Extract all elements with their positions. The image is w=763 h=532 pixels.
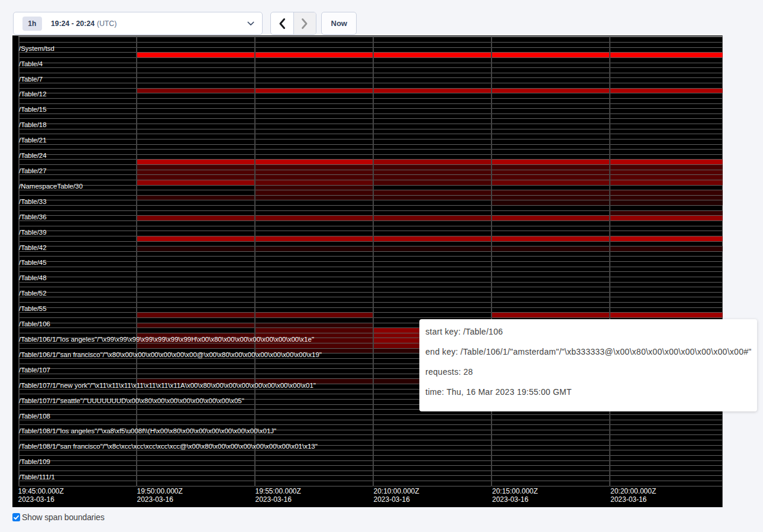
svg-text:/NamespaceTable/30: /NamespaceTable/30 (19, 183, 83, 190)
svg-text:/Table/33: /Table/33 (19, 198, 47, 205)
svg-text:/Table/106: /Table/106 (19, 320, 50, 327)
svg-text:2023-03-16: 2023-03-16 (137, 496, 174, 504)
svg-text:/Table/55: /Table/55 (19, 305, 47, 312)
svg-text:19:55:00.000Z: 19:55:00.000Z (255, 488, 300, 496)
svg-text:20:15:00.000Z: 20:15:00.000Z (492, 488, 538, 496)
svg-text:/Table/18: /Table/18 (19, 122, 47, 129)
svg-text:/Table/106/1/"san francisco"/": /Table/106/1/"san francisco"/"\x80\x00\x… (19, 351, 322, 358)
svg-text:20:20:00.000Z: 20:20:00.000Z (610, 488, 656, 496)
svg-text:/Table/36: /Table/36 (19, 213, 47, 220)
svg-text:2023-03-16: 2023-03-16 (255, 496, 292, 504)
svg-text:/Table/107: /Table/107 (19, 366, 50, 374)
svg-text:/Table/39: /Table/39 (19, 229, 47, 236)
svg-text:/Table/108/1/"san francisco"/": /Table/108/1/"san francisco"/"\x8c\xcc\x… (19, 443, 318, 450)
svg-text:/Table/24: /Table/24 (19, 152, 47, 159)
svg-text:2023-03-16: 2023-03-16 (492, 496, 529, 504)
svg-text:/Table/106/1/"los angeles"/"\x: /Table/106/1/"los angeles"/"\x99\x99\x99… (19, 336, 314, 343)
svg-text:2023-03-16: 2023-03-16 (610, 496, 647, 504)
svg-text:/Table/45: /Table/45 (19, 259, 47, 267)
svg-text:/Table/21: /Table/21 (19, 137, 47, 144)
svg-text:/Table/48: /Table/48 (19, 275, 47, 282)
svg-text:2023-03-16: 2023-03-16 (18, 496, 55, 504)
svg-text:/Table/107/1/"new york"/"\x11\: /Table/107/1/"new york"/"\x11\x11\x11\x1… (19, 382, 316, 389)
svg-text:/Table/107/1/"seattle"/"UUUUUU: /Table/107/1/"seattle"/"UUUUUUUD\x00\x80… (19, 397, 244, 404)
svg-text:/Table/27: /Table/27 (19, 167, 47, 174)
svg-text:19:45:00.000Z: 19:45:00.000Z (18, 488, 64, 496)
svg-text:/Table/15: /Table/15 (19, 106, 47, 113)
svg-text:/Table/109: /Table/109 (19, 459, 50, 466)
svg-text:19:50:00.000Z: 19:50:00.000Z (137, 488, 183, 496)
svg-text:/Table/52: /Table/52 (19, 290, 47, 297)
svg-text:2023-03-16: 2023-03-16 (373, 496, 410, 504)
svg-text:/Table/12: /Table/12 (19, 91, 47, 98)
svg-text:20:10:00.000Z: 20:10:00.000Z (373, 488, 419, 496)
svg-text:/Table/4: /Table/4 (19, 60, 43, 67)
svg-text:/Table/42: /Table/42 (19, 244, 47, 251)
svg-text:/System/tsd: /System/tsd (19, 45, 54, 52)
svg-text:/Table/108: /Table/108 (19, 413, 50, 420)
svg-text:/Table/108/1/"los angeles"/"\x: /Table/108/1/"los angeles"/"\xa8\xf5\u00… (19, 428, 276, 435)
svg-text:/Table/7: /Table/7 (19, 76, 43, 83)
svg-text:/Table/111/1: /Table/111/1 (19, 473, 55, 481)
